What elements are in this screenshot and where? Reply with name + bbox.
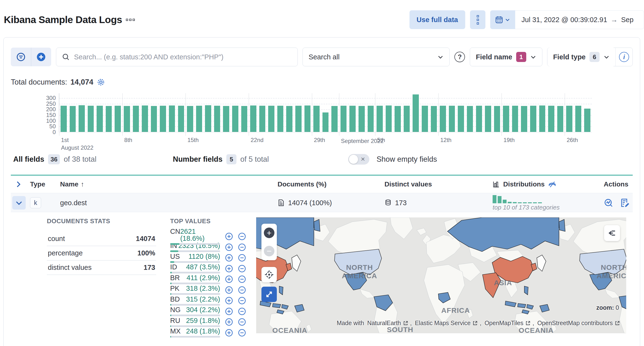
minus-filter-button[interactable]	[238, 307, 246, 316]
col-header-distributions[interactable]: Distributions	[492, 180, 596, 188]
collapse-row-button[interactable]	[12, 196, 26, 210]
date-range-picker[interactable]: Jul 31, 2022 @ 00:39:02.91 → Sep	[490, 10, 644, 29]
minus-filter-button[interactable]	[238, 264, 246, 273]
show-empty-fields-toggle[interactable]: ×	[348, 154, 369, 164]
expand-all-button[interactable]	[11, 180, 30, 188]
histogram-bar[interactable]	[494, 106, 500, 132]
minus-filter-button[interactable]	[238, 296, 246, 305]
gear-icon[interactable]	[96, 78, 105, 86]
explore-in-discover-icon[interactable]	[604, 198, 613, 207]
histogram-bar[interactable]	[114, 106, 121, 132]
plus-filter-button[interactable]	[225, 286, 233, 294]
histogram-bar[interactable]	[70, 106, 76, 132]
date-range-text[interactable]: Jul 31, 2022 @ 00:39:02.91 → Sep	[515, 10, 640, 29]
histogram-bar[interactable]	[304, 106, 311, 132]
histogram-bar[interactable]	[178, 106, 184, 132]
histogram-bar[interactable]	[503, 106, 509, 132]
col-header-distinct-values[interactable]: Distinct values	[384, 180, 492, 188]
plus-filter-button[interactable]	[225, 329, 233, 337]
histogram-bar[interactable]	[548, 106, 554, 132]
minus-filter-button[interactable]	[238, 254, 246, 262]
histogram-bar[interactable]	[422, 106, 428, 132]
histogram-bar[interactable]	[368, 106, 374, 132]
minus-filter-button[interactable]	[238, 318, 246, 326]
histogram-bar[interactable]	[512, 106, 518, 132]
minus-filter-button[interactable]	[238, 243, 246, 251]
search-input[interactable]	[74, 53, 292, 61]
date-start[interactable]: Jul 31, 2022 @ 00:39:02.91	[522, 16, 607, 24]
minus-filter-button[interactable]	[238, 275, 246, 283]
attribution-link[interactable]: OpenStreetMap contributors	[537, 320, 613, 326]
filter-toggle-button[interactable]	[11, 48, 31, 66]
map-zoom-in-button[interactable]: +	[264, 228, 274, 238]
use-full-data-button[interactable]: Use full data	[410, 10, 465, 29]
histogram-bar[interactable]	[458, 106, 464, 132]
field-row-geo-dest[interactable]: k geo.dest 14074 (100%) 173 top 10 of 17…	[11, 193, 633, 212]
attribution-link[interactable]: Elastic Maps Service	[415, 320, 470, 326]
histogram-bar[interactable]	[241, 106, 248, 132]
histogram-bar[interactable]	[106, 106, 112, 132]
plus-filter-button[interactable]	[225, 264, 233, 273]
map-zoom-out-button[interactable]: −	[264, 246, 274, 256]
field-name-filter[interactable]: Field name 1	[470, 48, 542, 66]
histogram-bar[interactable]	[133, 106, 139, 132]
help-icon[interactable]: ?	[454, 52, 465, 62]
attribution-link[interactable]: NaturalEarth	[367, 320, 401, 326]
histogram-bar[interactable]	[223, 106, 229, 132]
histogram-bar[interactable]	[160, 106, 166, 132]
histogram-bar[interactable]	[557, 106, 564, 132]
col-header-name[interactable]: Name ↑	[60, 180, 278, 188]
plus-filter-button[interactable]	[225, 275, 233, 283]
histogram-bar[interactable]	[331, 106, 338, 132]
field-type-filter[interactable]: Field type 6	[548, 48, 616, 66]
date-end[interactable]: Sep	[621, 16, 634, 24]
histogram-bar[interactable]	[358, 106, 365, 132]
histogram-bar[interactable]	[295, 106, 302, 132]
histogram-bar[interactable]	[60, 106, 67, 132]
attribution-link[interactable]: OpenMapTiles	[484, 320, 523, 326]
histogram-bar[interactable]	[142, 106, 148, 132]
histogram-bar[interactable]	[124, 106, 130, 132]
histogram-bar[interactable]	[575, 106, 582, 132]
page-options-icon[interactable]	[126, 19, 135, 21]
histogram-bar[interactable]	[277, 106, 284, 132]
map-attribution[interactable]: Made with NaturalEarth, Elastic Maps Ser…	[337, 320, 620, 326]
plus-filter-button[interactable]	[225, 243, 233, 251]
histogram-bar[interactable]	[286, 106, 292, 132]
minus-filter-button[interactable]	[238, 232, 246, 240]
histogram-bar[interactable]	[313, 106, 320, 132]
histogram-bar[interactable]	[268, 106, 274, 132]
edit-field-icon[interactable]	[620, 198, 629, 207]
histogram-bar[interactable]	[485, 106, 491, 132]
histogram-bar[interactable]	[96, 106, 103, 132]
histogram-bar[interactable]	[412, 94, 419, 132]
histogram-bar[interactable]	[539, 106, 546, 132]
plus-filter-button[interactable]	[225, 254, 233, 262]
info-button[interactable]: i	[616, 52, 632, 62]
histogram-bar[interactable]	[169, 106, 175, 132]
plus-filter-button[interactable]	[225, 296, 233, 305]
col-header-type[interactable]: Type	[30, 180, 60, 188]
minus-filter-button[interactable]	[238, 286, 246, 294]
histogram-bar[interactable]	[78, 105, 85, 132]
histogram-bar[interactable]	[376, 106, 383, 132]
histogram-bar[interactable]	[259, 106, 266, 132]
histogram-bar[interactable]	[386, 106, 392, 132]
histogram-bar[interactable]	[566, 106, 572, 132]
histogram-bar[interactable]	[250, 106, 256, 132]
histogram-bar[interactable]	[350, 106, 356, 132]
add-filter-button[interactable]	[31, 48, 52, 66]
histogram-bar[interactable]	[449, 106, 455, 132]
histogram-bar[interactable]	[187, 106, 193, 132]
plus-filter-button[interactable]	[225, 232, 233, 240]
histogram-bar[interactable]	[530, 106, 536, 132]
col-header-documents[interactable]: Documents (%)	[278, 180, 384, 188]
histogram-bar[interactable]	[404, 106, 410, 132]
minus-filter-button[interactable]	[238, 329, 246, 337]
chart-plot-area[interactable]: 0501001502002503001stAugust 20228th15th2…	[59, 93, 592, 132]
map-legend-toggle-button[interactable]	[604, 225, 620, 241]
histogram-bar[interactable]	[476, 106, 482, 132]
histogram-bar[interactable]	[440, 106, 446, 132]
histogram-bar[interactable]	[214, 106, 220, 132]
histogram-bar[interactable]	[196, 106, 202, 132]
